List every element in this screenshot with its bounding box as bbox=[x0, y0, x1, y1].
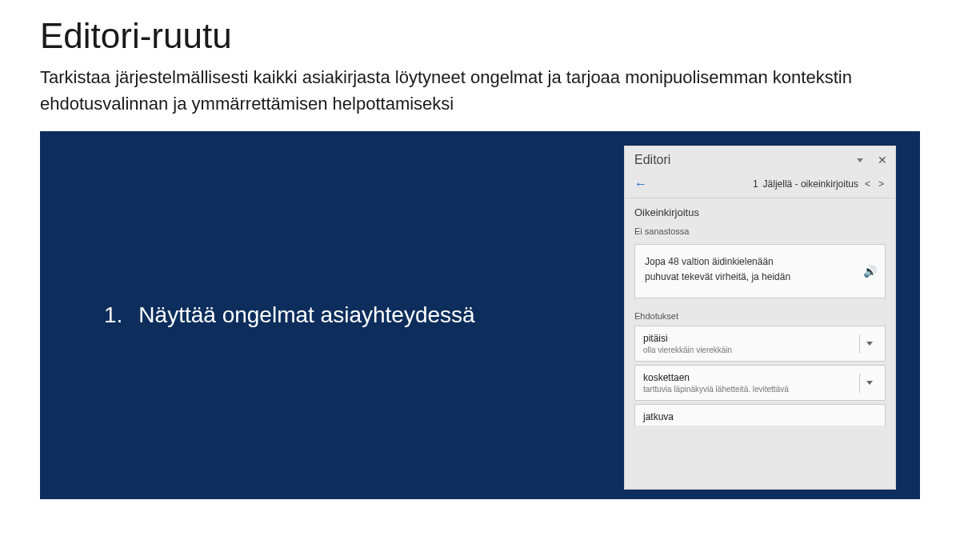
suggestion-subtext: tarttuvia läpinäkyviä lähetteitä. levite… bbox=[643, 385, 856, 394]
close-icon[interactable]: ✕ bbox=[878, 154, 887, 166]
suggestion-text: koskettaen bbox=[643, 372, 856, 383]
suggestion-item[interactable]: pitäisi olla vierekkäin vierekkäin bbox=[634, 326, 886, 362]
suggestion-text: jatkuva bbox=[643, 411, 856, 422]
panel-options-icon[interactable] bbox=[857, 158, 863, 162]
editor-panel: Editori ✕ ← 1 Jäljellä - oikeinkirjoitus… bbox=[624, 146, 896, 490]
panel-header: Editori ✕ bbox=[625, 146, 895, 172]
context-line: puhuvat tekevät virheitä, ja heidän bbox=[645, 270, 853, 285]
hero-banner: 1. Näyttää ongelmat asiayhteydessä Edito… bbox=[40, 131, 920, 499]
context-box: Jopa 48 valtion äidinkielenään puhuvat t… bbox=[634, 244, 886, 298]
speaker-icon[interactable]: 🔊 bbox=[863, 262, 877, 280]
page-title: Editori-ruutu bbox=[40, 16, 920, 56]
nav-count: 1 bbox=[753, 178, 758, 190]
back-arrow-icon[interactable]: ← bbox=[634, 177, 647, 191]
suggestion-list: pitäisi olla vierekkäin vierekkäin koske… bbox=[625, 326, 895, 426]
next-issue-icon[interactable]: > bbox=[877, 178, 886, 190]
panel-nav: ← 1 Jäljellä - oikeinkirjoitus < > bbox=[625, 172, 895, 198]
chevron-down-icon[interactable] bbox=[859, 334, 878, 354]
hero-text: 1. Näyttää ongelmat asiayhteydessä bbox=[40, 302, 475, 328]
nav-label: Jäljellä - oikeinkirjoitus bbox=[763, 178, 858, 190]
hero-caption: Näyttää ongelmat asiayhteydessä bbox=[138, 302, 474, 328]
panel-title: Editori bbox=[634, 153, 670, 167]
context-line: Jopa 48 valtion äidinkielenään bbox=[645, 254, 853, 270]
prev-issue-icon[interactable]: < bbox=[863, 178, 872, 190]
not-in-dictionary-label: Ei sanastossa bbox=[625, 222, 895, 241]
hero-number: 1. bbox=[104, 302, 122, 328]
suggestion-item[interactable]: jatkuva bbox=[634, 404, 886, 426]
section-heading: Oikeinkirjoitus bbox=[625, 198, 895, 222]
chevron-down-icon[interactable] bbox=[859, 374, 878, 393]
suggestion-text: pitäisi bbox=[643, 333, 856, 344]
page-subtitle: Tarkistaa järjestelmällisesti kaikki asi… bbox=[40, 64, 920, 117]
suggestion-item[interactable]: koskettaen tarttuvia läpinäkyviä lähette… bbox=[634, 365, 886, 401]
suggestion-subtext: olla vierekkäin vierekkäin bbox=[643, 346, 856, 354]
suggestions-label: Ehdotukset bbox=[625, 306, 895, 326]
